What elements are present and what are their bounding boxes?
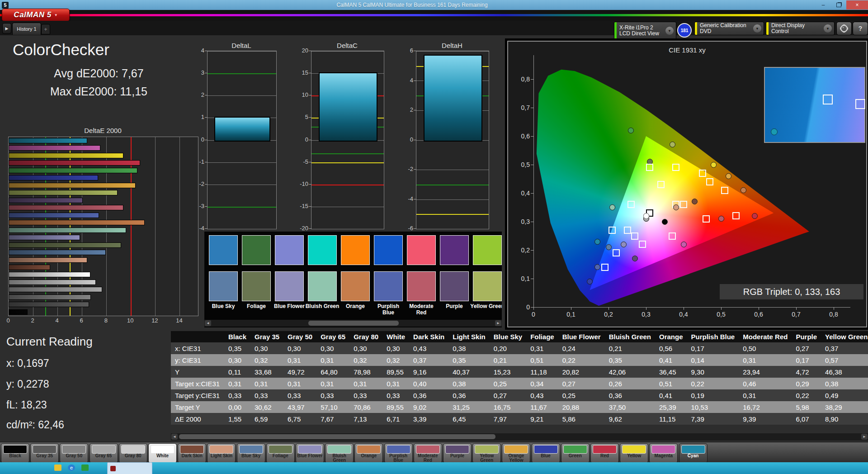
app-icon: 5 <box>2 2 9 9</box>
tick-dash <box>414 110 416 110</box>
patch-button-white[interactable]: White <box>148 443 177 463</box>
settings-button[interactable] <box>836 22 852 35</box>
delta-ref-line <box>416 214 489 215</box>
tick-dash <box>759 307 759 310</box>
deltae-x-tick: 12 <box>151 317 158 324</box>
patch-button-gray-80[interactable]: Gray 80 <box>119 443 147 463</box>
minimize-button[interactable]: – <box>816 0 831 9</box>
table-cell: 0,30 <box>382 342 409 354</box>
deltae-chart <box>8 137 198 316</box>
patch-button-blue-flower[interactable]: Blue Flower <box>296 443 324 463</box>
scroll-left-icon[interactable]: ◄ <box>205 320 211 326</box>
deltae-bar-magenta <box>9 145 100 151</box>
table-cell: 0,50 <box>739 342 792 354</box>
delta-bar <box>319 72 377 142</box>
cie-target-orange <box>721 187 728 194</box>
close-button[interactable]: × <box>846 0 868 9</box>
table-cell: 0,17 <box>792 354 821 366</box>
restore-button[interactable] <box>831 0 846 9</box>
table-cell: 6,07 <box>792 413 821 425</box>
patch-button-label: Red <box>591 454 618 458</box>
patch-button-cyan[interactable]: Cyan <box>679 443 708 463</box>
deltae-x-axis: 02468101214 <box>8 317 198 324</box>
tick-dash <box>531 279 533 279</box>
column-header-orange: Orange <box>655 331 687 342</box>
table-cell: 8,90 <box>821 413 868 425</box>
source-dropdown[interactable]: Generic Calibration DVD ▼ <box>694 22 764 35</box>
column-header-yellow-green: Yellow Green <box>821 331 868 342</box>
add-tab-button[interactable]: + <box>41 24 50 34</box>
patch-button-purplish-blue[interactable]: Purplish Blue <box>384 443 413 463</box>
display-control-dropdown[interactable]: Direct Display Control ▼ <box>766 22 835 35</box>
patch-button-gray-65[interactable]: Gray 65 <box>90 443 118 463</box>
column-header-white: White <box>382 331 409 342</box>
browser-icon[interactable]: e <box>68 465 75 471</box>
patch-button-yellow-green[interactable]: Yellow Green <box>472 443 501 463</box>
tick-dash <box>646 307 646 310</box>
patch-button-red[interactable]: Red <box>590 443 619 463</box>
deltae-bar-yellow <box>9 153 123 158</box>
cie-x-tick: 0,8 <box>829 311 838 318</box>
scrollbar-thumb[interactable] <box>179 434 495 439</box>
patch-button-black[interactable]: Black <box>1 443 29 463</box>
patch-button-foliage[interactable]: Foliage <box>266 443 295 463</box>
scroll-right-icon[interactable]: ► <box>495 320 501 326</box>
patch-button-label: White <box>149 454 176 458</box>
cie-measured-red <box>752 213 758 219</box>
cie-target-purple <box>639 241 646 248</box>
patch-button-dark-skin[interactable]: Dark Skin <box>178 443 206 463</box>
tick-dash <box>309 184 311 185</box>
table-cell: 4,72 <box>792 366 821 378</box>
table-cell: 64,80 <box>316 366 349 378</box>
patch-button-orange-yellow[interactable]: Orange Yellow <box>502 443 530 463</box>
table-cell: 11,18 <box>526 366 558 378</box>
tick-dash <box>309 95 311 95</box>
table-scrollbar[interactable]: ◄ ► <box>171 433 868 441</box>
calman-logo-menu[interactable]: CalMAN 5 ▼ <box>2 9 70 21</box>
patch-button-label: Orange <box>355 454 382 458</box>
column-header-gray-35: Gray 35 <box>250 331 283 342</box>
patch-button-gray-35[interactable]: Gray 35 <box>30 443 59 463</box>
patch-button-green[interactable]: Green <box>561 443 590 463</box>
patch-button-light-skin[interactable]: Light Skin <box>207 443 236 463</box>
patch-button-gray-50[interactable]: Gray 50 <box>60 443 88 463</box>
table-cell: 0,26 <box>605 378 655 389</box>
tick-dash <box>309 228 311 229</box>
table-cell: 7,97 <box>490 413 526 425</box>
scroll-left-icon[interactable]: ◄ <box>171 434 178 440</box>
cie-target-purplish-blue <box>613 249 620 256</box>
tab-scroll-left-button[interactable]: ▶ <box>2 23 11 34</box>
meter-dropdown[interactable]: X-Rite i1Pro 2 LCD Direct View ▼ <box>614 22 676 40</box>
cie-x-tick: 0,7 <box>792 311 800 318</box>
tick-dash <box>414 51 416 51</box>
column-header-dark-skin: Dark Skin <box>409 331 448 342</box>
patch-button-yellow[interactable]: Yellow <box>620 443 648 463</box>
patch-button-moderate-red[interactable]: Moderate Red <box>414 443 442 463</box>
folder-icon[interactable] <box>54 465 61 471</box>
table-row: Target Y0,0030,6243,9757,1070,8689,559,0… <box>171 401 868 413</box>
patch-button-orange[interactable]: Orange <box>354 443 383 463</box>
patch-button-magenta[interactable]: Magenta <box>649 443 678 463</box>
deltac-chart-title: DeltaC <box>311 42 383 49</box>
scrollbar-thumb[interactable] <box>308 321 399 326</box>
app-icon-green[interactable] <box>81 465 89 471</box>
deltae-x-tick: 4 <box>56 317 59 324</box>
scroll-right-icon[interactable]: ► <box>861 434 868 440</box>
tick-dash <box>205 73 208 73</box>
deltae-bar-white <box>9 272 90 277</box>
delta-y-tick: 3 <box>189 69 204 76</box>
patch-button-bluish-green[interactable]: Bluish Green <box>325 443 354 463</box>
gear-icon <box>840 25 848 32</box>
swatch-scrollbar[interactable]: ◄ ► <box>204 320 502 327</box>
table-cell: 0,31 <box>283 378 316 389</box>
deltae-bar-red <box>9 160 140 166</box>
patch-button-blue-sky[interactable]: Blue Sky <box>237 443 265 463</box>
patch-button-blue[interactable]: Blue <box>532 443 560 463</box>
tab-history-1[interactable]: History 1 <box>12 23 41 35</box>
active-taskbar-app[interactable] <box>107 462 152 474</box>
patch-color-chip <box>357 445 381 454</box>
help-button[interactable]: ? <box>853 22 868 35</box>
table-cell: 9,21 <box>526 413 558 425</box>
patch-button-purple[interactable]: Purple <box>443 443 472 463</box>
deltae-bar-purple <box>9 198 83 203</box>
